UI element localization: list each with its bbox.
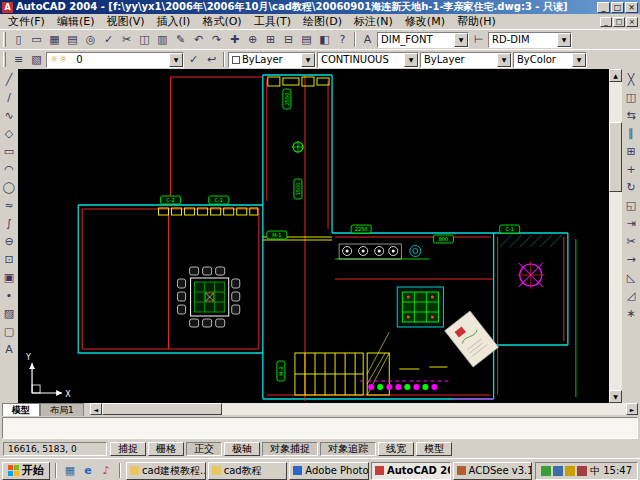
dot[interactable] xyxy=(377,384,383,390)
properties-icon[interactable]: ▤ xyxy=(298,31,315,48)
layer-dropdown[interactable]: ☼☼▪ 0 ▼ xyxy=(46,52,184,68)
show-desktop-icon[interactable]: ▦ xyxy=(62,463,78,479)
drawing-canvas[interactable]: 25501500M-1C-2C-12250C-1M-2800 Y X xyxy=(18,69,609,403)
dot[interactable] xyxy=(413,384,419,390)
scroll-left-icon[interactable]: ◄ xyxy=(90,403,102,415)
stove-burners[interactable] xyxy=(339,244,421,259)
status-model-button[interactable]: 模型 xyxy=(416,442,452,456)
horizontal-scrollbar[interactable]: ◄ ► xyxy=(90,403,638,415)
fillet-icon[interactable]: ◿ xyxy=(623,287,640,304)
scroll-up-icon[interactable]: ▲ xyxy=(609,69,622,82)
scroll-right-icon[interactable]: ► xyxy=(626,403,638,415)
chamfer-icon[interactable]: ◺ xyxy=(623,269,640,286)
menu-insert[interactable]: 插入(I) xyxy=(151,14,197,29)
construction-line-icon[interactable]: ∕ xyxy=(1,89,18,106)
tab-model[interactable]: 模型 xyxy=(2,403,40,416)
kitchen-table[interactable] xyxy=(397,287,443,327)
close-button[interactable]: × xyxy=(625,2,638,13)
stretch-icon[interactable]: ⇥ xyxy=(623,215,640,232)
media-player-icon[interactable]: ♪ xyxy=(98,463,114,479)
taskbar-task[interactable]: Adobe Photo... xyxy=(289,462,369,480)
dim-tag[interactable]: M-2 xyxy=(277,361,285,381)
internet-explorer-icon[interactable]: e xyxy=(80,463,96,479)
taskbar-task[interactable]: cad建模教程... xyxy=(126,462,206,480)
status-snap-button[interactable]: 捕捉 xyxy=(110,442,146,456)
chevron-down-icon[interactable]: ▼ xyxy=(404,53,418,67)
undo-icon[interactable]: ↶ xyxy=(190,31,207,48)
zoom-previous-icon[interactable]: ⊟ xyxy=(280,31,297,48)
dim-tag[interactable]: C-1 xyxy=(209,196,229,204)
erase-icon[interactable]: ╳ xyxy=(623,71,640,88)
clock[interactable]: 15:47 xyxy=(603,465,632,476)
layer-properties-icon[interactable]: ≡ xyxy=(10,51,27,68)
mdi-close-button[interactable]: × xyxy=(626,17,638,27)
design-center-icon[interactable]: ◧ xyxy=(316,31,333,48)
print-preview-icon[interactable]: ◎ xyxy=(82,31,99,48)
dot[interactable] xyxy=(395,384,401,390)
status-ortho-button[interactable]: 正交 xyxy=(186,442,222,456)
taskbar-task[interactable]: ACDSee v3.1... xyxy=(453,462,533,480)
linetype-dropdown[interactable]: CONTINUOUS ▼ xyxy=(317,52,419,68)
right-room-hatch[interactable] xyxy=(500,235,562,247)
chevron-down-icon[interactable]: ▼ xyxy=(497,53,511,67)
paste-icon[interactable]: ▥ xyxy=(154,31,171,48)
column-marker[interactable] xyxy=(517,261,545,289)
vertical-scrollbar[interactable]: ▲ ▼ xyxy=(609,69,622,403)
dot[interactable] xyxy=(422,384,428,390)
dining-table[interactable] xyxy=(178,267,240,327)
polygon-icon[interactable]: ◇ xyxy=(1,125,18,142)
network-tray-icon[interactable] xyxy=(577,466,587,476)
toolbar-grip[interactable] xyxy=(3,32,6,47)
dim-style-icon[interactable]: ⊢ xyxy=(470,31,487,48)
chevron-down-icon[interactable]: ▼ xyxy=(557,33,571,47)
rotate-icon[interactable]: ↻ xyxy=(623,179,640,196)
cut-icon[interactable]: ✂ xyxy=(118,31,135,48)
antivirus-tray-icon[interactable] xyxy=(541,466,551,476)
zoom-realtime-icon[interactable]: ⊕ xyxy=(244,31,261,48)
layer-previous-icon[interactable]: ↩ xyxy=(203,51,220,68)
tab-layout1[interactable]: 布局1 xyxy=(40,403,84,416)
dim-tag[interactable]: 1500 xyxy=(294,179,302,199)
lines-green[interactable] xyxy=(292,141,576,397)
paper-note[interactable] xyxy=(445,311,499,367)
line-icon[interactable]: ╱ xyxy=(1,71,18,88)
cad-drawing-svg[interactable]: 25501500M-1C-2C-12250C-1M-2800 Y X xyxy=(18,69,609,403)
text-style-dropdown[interactable]: DIM_FONT ▼ xyxy=(377,32,469,48)
revision-cloud-icon[interactable]: ≈ xyxy=(1,197,18,214)
command-window[interactable] xyxy=(2,417,638,439)
dim-tag[interactable]: C-1 xyxy=(500,225,520,233)
start-button[interactable]: 开始 xyxy=(2,462,50,480)
dim-tag[interactable]: C-2 xyxy=(160,196,180,204)
status-otrack-button[interactable]: 对象追踪 xyxy=(320,442,376,456)
menu-view[interactable]: 视图(V) xyxy=(100,14,150,29)
trim-icon[interactable]: ✂ xyxy=(623,233,640,250)
make-block-icon[interactable]: ▣ xyxy=(1,269,18,286)
fixtures-yellow[interactable] xyxy=(158,77,447,395)
chevron-down-icon[interactable]: ▼ xyxy=(169,53,183,67)
offset-icon[interactable]: ∥ xyxy=(623,125,640,142)
arc-icon[interactable]: ◠ xyxy=(1,161,18,178)
status-lwt-button[interactable]: 线宽 xyxy=(378,442,414,456)
dot[interactable] xyxy=(368,384,374,390)
plotstyle-dropdown[interactable]: ByColor ▼ xyxy=(513,52,587,68)
mirror-icon[interactable]: ⇆ xyxy=(623,107,640,124)
mdi-minimize-button[interactable]: _ xyxy=(600,17,612,27)
ellipse-icon[interactable]: ⊖ xyxy=(1,233,18,250)
dot[interactable] xyxy=(386,384,392,390)
rectangle-icon[interactable]: ▭ xyxy=(1,143,18,160)
layer-states-icon[interactable]: ▧ xyxy=(28,51,45,68)
menu-draw[interactable]: 绘图(D) xyxy=(297,14,348,29)
dot[interactable] xyxy=(404,384,410,390)
restore-button[interactable]: □ xyxy=(611,2,624,13)
display-tray-icon[interactable] xyxy=(565,466,575,476)
extend-icon[interactable]: → xyxy=(623,251,640,268)
hatch-icon[interactable]: ▨ xyxy=(1,305,18,322)
redo-icon[interactable]: ↷ xyxy=(208,31,225,48)
menu-modify[interactable]: 修改(M) xyxy=(399,14,451,29)
taskbar-task[interactable]: cad教程 xyxy=(208,462,288,480)
move-icon[interactable]: + xyxy=(623,161,640,178)
furniture-dots[interactable] xyxy=(368,384,437,390)
circle-icon[interactable]: ◯ xyxy=(1,179,18,196)
chevron-down-icon[interactable]: ▼ xyxy=(454,33,468,47)
mdi-restore-button[interactable]: □ xyxy=(613,17,625,27)
